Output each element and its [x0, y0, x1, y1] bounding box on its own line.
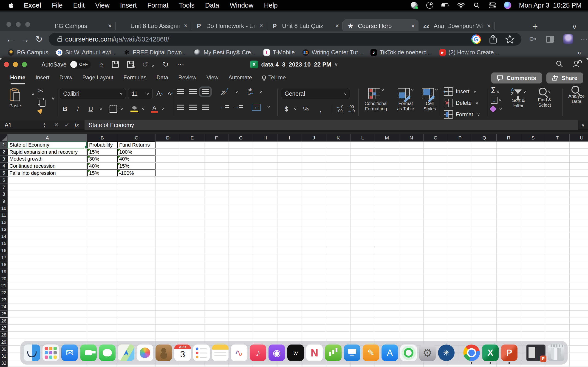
cell-T22[interactable] [545, 290, 570, 297]
cell-E24[interactable] [180, 303, 204, 311]
row-header-29[interactable]: 29 [0, 339, 8, 346]
cell-P9[interactable] [448, 198, 472, 205]
cell-U1[interactable] [570, 142, 588, 149]
cell-M5[interactable] [375, 170, 399, 177]
cell-E20[interactable] [180, 275, 204, 282]
cell-C3[interactable]: 40% [117, 156, 156, 163]
cell-P11[interactable] [448, 212, 472, 219]
cell-T21[interactable] [545, 282, 570, 290]
formula-bar-expand-icon[interactable]: ∨ [578, 122, 588, 128]
cell-O1[interactable] [424, 142, 448, 149]
cell-K19[interactable] [326, 268, 351, 275]
find-select-button[interactable]: ∨ Find & Select [536, 88, 553, 108]
row-header-8[interactable]: 8 [0, 191, 8, 198]
cell-E10[interactable] [180, 205, 204, 212]
cell-C22[interactable] [117, 290, 156, 297]
font-color-button[interactable]: A [151, 105, 158, 113]
cell-G20[interactable] [229, 275, 253, 282]
tell-me-button[interactable]: Tell me [262, 71, 286, 81]
cell-M14[interactable] [375, 233, 399, 240]
cell-R5[interactable] [497, 170, 521, 177]
cell-H3[interactable] [253, 156, 277, 163]
cell-C20[interactable] [117, 275, 156, 282]
wrap-text-button[interactable]: abc↩ [248, 88, 253, 95]
column-header-U[interactable]: U [570, 134, 588, 142]
cell-P17[interactable] [448, 254, 472, 261]
cell-P16[interactable] [448, 247, 472, 254]
cell-B8[interactable] [87, 191, 117, 198]
dock-news-icon[interactable]: N [306, 344, 323, 361]
cell-A28[interactable] [8, 332, 87, 339]
row-header-13[interactable]: 13 [0, 226, 8, 233]
cell-S25[interactable] [521, 311, 545, 318]
cell-A1[interactable]: State of Economy [8, 142, 87, 149]
dock-facetime-icon[interactable] [80, 344, 97, 361]
cell-J14[interactable] [302, 233, 326, 240]
cell-J16[interactable] [302, 247, 326, 254]
cell-G7[interactable] [229, 184, 253, 191]
cell-I10[interactable] [277, 205, 302, 212]
cell-M8[interactable] [375, 191, 399, 198]
column-header-C[interactable]: C [117, 134, 156, 142]
cell-G27[interactable] [229, 325, 253, 332]
cell-M21[interactable] [375, 282, 399, 290]
cell-Q11[interactable] [472, 212, 497, 219]
cell-D19[interactable] [156, 268, 180, 275]
cell-N18[interactable] [399, 261, 424, 268]
cell-A27[interactable] [8, 325, 87, 332]
bookmark-writing-center[interactable]: EDWriting Center Tut... [303, 49, 363, 56]
cell-R19[interactable] [497, 268, 521, 275]
cell-R3[interactable] [497, 156, 521, 163]
cell-R28[interactable] [497, 332, 521, 339]
fill-color-button[interactable] [130, 106, 138, 112]
dock-messages-icon[interactable] [99, 344, 115, 361]
home-icon[interactable]: ⌂ [99, 60, 103, 69]
cell-N25[interactable] [399, 311, 424, 318]
dock-music-icon[interactable] [250, 344, 266, 361]
column-header-I[interactable]: I [277, 134, 302, 142]
cell-K7[interactable] [326, 184, 351, 191]
cell-L19[interactable] [351, 268, 375, 275]
cell-T24[interactable] [545, 303, 570, 311]
cell-F19[interactable] [204, 268, 229, 275]
cell-G16[interactable] [229, 247, 253, 254]
cell-F2[interactable] [204, 149, 229, 156]
cell-B18[interactable] [87, 261, 117, 268]
cell-N7[interactable] [399, 184, 424, 191]
cell-C10[interactable] [117, 205, 156, 212]
cell-C8[interactable] [117, 191, 156, 198]
cell-M16[interactable] [375, 247, 399, 254]
italic-button[interactable]: I [73, 104, 83, 114]
profile-avatar[interactable] [563, 34, 573, 44]
cell-T6[interactable] [545, 177, 570, 184]
cell-R23[interactable] [497, 296, 521, 303]
cell-N3[interactable] [399, 156, 424, 163]
dock-contacts-icon[interactable] [156, 344, 172, 361]
cell-R1[interactable] [497, 142, 521, 149]
cell-A4[interactable]: Continued recession [8, 163, 87, 170]
column-header-G[interactable]: G [229, 134, 253, 142]
cell-F14[interactable] [204, 233, 229, 240]
cell-F6[interactable] [204, 177, 229, 184]
cell-J10[interactable] [302, 205, 326, 212]
cell-D5[interactable] [156, 170, 180, 177]
cell-E19[interactable] [180, 268, 204, 275]
cell-E8[interactable] [180, 191, 204, 198]
row-header-30[interactable]: 30 [0, 346, 8, 353]
cell-I28[interactable] [277, 332, 302, 339]
cell-C27[interactable] [117, 325, 156, 332]
cell-I2[interactable] [277, 149, 302, 156]
cell-T26[interactable] [545, 318, 570, 325]
select-all-button[interactable] [0, 134, 8, 142]
cell-B16[interactable] [87, 247, 117, 254]
browser-close-button[interactable] [6, 22, 11, 27]
bookmark-best-buy[interactable]: My Best Buy® Cre... [194, 49, 256, 56]
cell-S1[interactable] [521, 142, 545, 149]
cell-P6[interactable] [448, 177, 472, 184]
cell-G11[interactable] [229, 212, 253, 219]
ribbon-tab-automate[interactable]: Automate [229, 71, 252, 81]
cell-I12[interactable] [277, 219, 302, 226]
cell-B17[interactable] [87, 254, 117, 261]
cell-J5[interactable] [302, 170, 326, 177]
cell-H4[interactable] [253, 163, 277, 170]
